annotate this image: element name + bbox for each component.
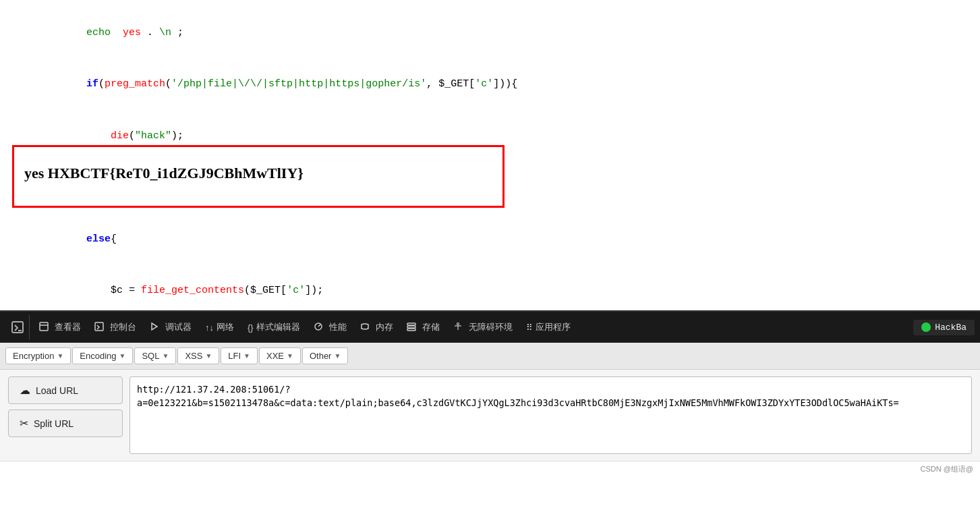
tab-hackbar[interactable]: HackBa bbox=[913, 320, 975, 335]
xss-chevron: ▼ bbox=[205, 352, 212, 360]
tab-memory[interactable]: 内存 bbox=[353, 312, 400, 343]
inspector-icon bbox=[39, 322, 52, 333]
hackbar-main: ☁ Load URL ✂ Split URL bbox=[0, 370, 980, 461]
sql-chevron: ▼ bbox=[162, 352, 169, 360]
code-line-2: if(preg_match('/php|file|\/\/|sftp|http|… bbox=[13, 59, 967, 111]
bottom-bar: CSDN @组语@ bbox=[0, 461, 980, 477]
tab-console[interactable]: 控制台 bbox=[88, 312, 143, 343]
svg-point-10 bbox=[457, 322, 459, 324]
lfi-button[interactable]: LFI ▼ bbox=[221, 347, 258, 364]
lfi-chevron: ▼ bbox=[243, 352, 250, 360]
svg-marker-5 bbox=[152, 323, 157, 330]
svg-rect-9 bbox=[407, 329, 415, 331]
xxe-chevron: ▼ bbox=[287, 352, 293, 360]
tab-inspector[interactable]: 查看器 bbox=[32, 312, 88, 343]
console-icon bbox=[94, 322, 107, 333]
other-button[interactable]: Other ▼ bbox=[302, 347, 348, 364]
memory-icon bbox=[360, 322, 373, 333]
devtools-bar: 查看器 控制台 调试器 ↑↓ 网络 {} 样式编辑器 性能 内存 存储 bbox=[0, 310, 980, 343]
code-area: echo yes . \n ; if(preg_match('/php|file… bbox=[0, 0, 980, 310]
code-line-6: $c = file_get_contents($_GET['c']); bbox=[13, 265, 967, 311]
application-icon: ⠿ bbox=[526, 322, 533, 333]
tab-performance[interactable]: 性能 bbox=[307, 312, 353, 343]
code-line-1: echo yes . \n ; bbox=[13, 7, 967, 59]
xxe-button[interactable]: XXE ▼ bbox=[259, 347, 301, 364]
tab-accessibility[interactable]: 无障碍环境 bbox=[446, 312, 519, 343]
tab-application[interactable]: ⠿ 应用程序 bbox=[519, 312, 577, 343]
performance-icon bbox=[314, 322, 326, 333]
network-icon: ↑↓ bbox=[205, 322, 214, 333]
tab-style-editor[interactable]: {} 样式编辑器 bbox=[241, 312, 307, 343]
sql-button[interactable]: SQL ▼ bbox=[134, 347, 176, 364]
encryption-chevron: ▼ bbox=[57, 352, 63, 360]
svg-rect-7 bbox=[407, 323, 415, 325]
tab-debugger[interactable]: 调试器 bbox=[143, 312, 198, 343]
load-url-button[interactable]: ☁ Load URL bbox=[8, 376, 123, 404]
code-line-5: else{ bbox=[13, 213, 967, 265]
tab-network[interactable]: ↑↓ 网络 bbox=[198, 312, 241, 343]
accessibility-icon bbox=[453, 322, 466, 333]
split-url-icon: ✂ bbox=[20, 417, 28, 430]
result-text: yes HXBCTF{ReT0_i1dZGJ9CBhMwTlIY} bbox=[24, 161, 492, 186]
credit-text: CSDN @组语@ bbox=[920, 464, 973, 474]
style-editor-icon: {} bbox=[248, 322, 254, 333]
result-box: yes HXBCTF{ReT0_i1dZGJ9CBhMwTlIY} bbox=[12, 145, 505, 208]
encoding-chevron: ▼ bbox=[119, 352, 126, 360]
url-input[interactable] bbox=[129, 376, 972, 454]
other-chevron: ▼ bbox=[334, 352, 341, 360]
hackbar-actions: ☁ Load URL ✂ Split URL bbox=[8, 376, 123, 454]
storage-icon bbox=[407, 322, 420, 333]
encoding-button[interactable]: Encoding ▼ bbox=[72, 347, 133, 364]
split-url-button[interactable]: ✂ Split URL bbox=[8, 410, 123, 437]
xss-button[interactable]: XSS ▼ bbox=[177, 347, 219, 364]
encryption-button[interactable]: Encryption ▼ bbox=[5, 347, 71, 364]
tab-storage[interactable]: 存储 bbox=[400, 312, 446, 343]
devtools-main-icon[interactable] bbox=[5, 315, 30, 339]
load-url-icon: ☁ bbox=[20, 384, 30, 397]
svg-rect-8 bbox=[407, 326, 415, 328]
svg-rect-2 bbox=[40, 322, 48, 331]
hackbar-toolbar: Encryption ▼ Encoding ▼ SQL ▼ XSS ▼ LFI … bbox=[0, 343, 980, 370]
debugger-icon bbox=[150, 322, 163, 333]
hackbar-circle bbox=[921, 322, 931, 332]
